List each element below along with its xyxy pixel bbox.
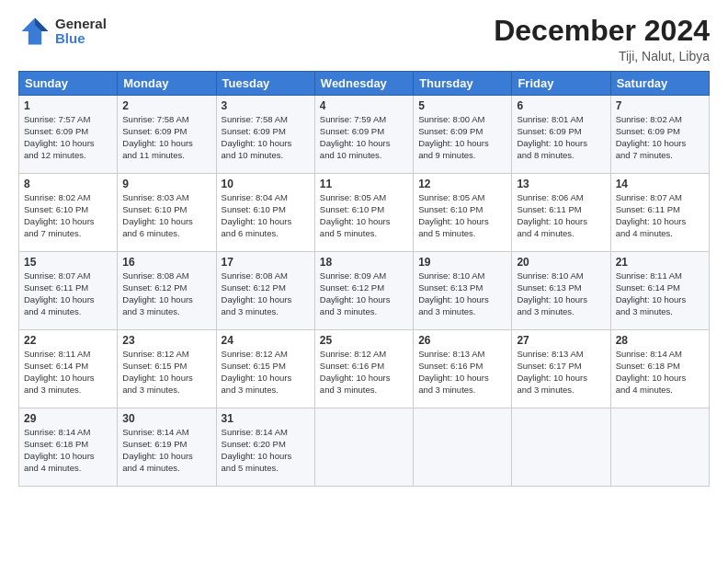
- day-number: 19: [418, 256, 506, 269]
- logo: General Blue: [18, 15, 107, 48]
- calendar-cell-0-0: 1Sunrise: 7:57 AM Sunset: 6:09 PM Daylig…: [19, 96, 118, 174]
- day-number: 23: [122, 334, 210, 347]
- day-number: 24: [222, 334, 310, 347]
- day-number: 1: [24, 99, 112, 112]
- cell-content: Sunrise: 8:14 AM Sunset: 6:18 PM Dayligh…: [24, 427, 112, 474]
- calendar-cell-2-6: 21Sunrise: 8:11 AM Sunset: 6:14 PM Dayli…: [610, 252, 709, 330]
- calendar-cell-1-2: 10Sunrise: 8:04 AM Sunset: 6:10 PM Dayli…: [216, 174, 314, 252]
- day-number: 29: [24, 412, 112, 425]
- cell-content: Sunrise: 8:03 AM Sunset: 6:10 PM Dayligh…: [122, 192, 210, 239]
- calendar-week-3: 15Sunrise: 8:07 AM Sunset: 6:11 PM Dayli…: [19, 252, 710, 330]
- calendar-cell-4-2: 31Sunrise: 8:14 AM Sunset: 6:20 PM Dayli…: [216, 408, 314, 487]
- day-number: 30: [122, 412, 210, 425]
- day-number: 13: [517, 178, 605, 190]
- weekday-header-row: Sunday Monday Tuesday Wednesday Thursday…: [19, 72, 710, 96]
- cell-content: Sunrise: 8:12 AM Sunset: 6:15 PM Dayligh…: [122, 349, 210, 396]
- day-number: 10: [222, 178, 310, 190]
- cell-content: Sunrise: 8:14 AM Sunset: 6:19 PM Dayligh…: [122, 427, 210, 474]
- calendar-week-4: 22Sunrise: 8:11 AM Sunset: 6:14 PM Dayli…: [19, 330, 710, 408]
- header: General Blue December 2024 Tiji, Nalut, …: [18, 15, 710, 63]
- calendar-cell-3-5: 27Sunrise: 8:13 AM Sunset: 6:17 PM Dayli…: [512, 330, 610, 408]
- header-sunday: Sunday: [19, 72, 118, 96]
- day-number: 5: [418, 99, 506, 112]
- header-wednesday: Wednesday: [314, 72, 413, 96]
- location: Tiji, Nalut, Libya: [494, 49, 710, 63]
- day-number: 31: [222, 412, 310, 425]
- calendar-cell-1-6: 14Sunrise: 8:07 AM Sunset: 6:11 PM Dayli…: [610, 174, 709, 252]
- cell-content: Sunrise: 8:00 AM Sunset: 6:09 PM Dayligh…: [418, 114, 506, 161]
- cell-content: Sunrise: 8:11 AM Sunset: 6:14 PM Dayligh…: [616, 270, 704, 317]
- day-number: 27: [517, 334, 605, 347]
- header-saturday: Saturday: [610, 72, 709, 96]
- day-number: 17: [222, 256, 310, 269]
- calendar-cell-0-2: 3Sunrise: 7:58 AM Sunset: 6:09 PM Daylig…: [216, 96, 314, 174]
- day-number: 21: [616, 256, 704, 269]
- cell-content: Sunrise: 8:10 AM Sunset: 6:13 PM Dayligh…: [517, 270, 605, 317]
- page: General Blue December 2024 Tiji, Nalut, …: [0, 0, 728, 563]
- calendar-week-5: 29Sunrise: 8:14 AM Sunset: 6:18 PM Dayli…: [19, 408, 710, 487]
- calendar-cell-1-1: 9Sunrise: 8:03 AM Sunset: 6:10 PM Daylig…: [118, 174, 216, 252]
- cell-content: Sunrise: 8:09 AM Sunset: 6:12 PM Dayligh…: [320, 270, 408, 317]
- calendar-cell-0-4: 5Sunrise: 8:00 AM Sunset: 6:09 PM Daylig…: [414, 96, 512, 174]
- cell-content: Sunrise: 8:10 AM Sunset: 6:13 PM Dayligh…: [418, 270, 506, 317]
- logo-icon: [18, 15, 51, 48]
- calendar-cell-2-5: 20Sunrise: 8:10 AM Sunset: 6:13 PM Dayli…: [512, 252, 610, 330]
- calendar-cell-0-6: 7Sunrise: 8:02 AM Sunset: 6:09 PM Daylig…: [610, 96, 709, 174]
- calendar-table: Sunday Monday Tuesday Wednesday Thursday…: [18, 71, 710, 487]
- calendar-cell-4-1: 30Sunrise: 8:14 AM Sunset: 6:19 PM Dayli…: [118, 408, 216, 487]
- calendar-cell-3-1: 23Sunrise: 8:12 AM Sunset: 6:15 PM Dayli…: [118, 330, 216, 408]
- cell-content: Sunrise: 8:08 AM Sunset: 6:12 PM Dayligh…: [122, 270, 210, 317]
- cell-content: Sunrise: 8:13 AM Sunset: 6:16 PM Dayligh…: [418, 349, 506, 396]
- logo-text: General Blue: [55, 17, 107, 47]
- logo-general-text: General: [55, 17, 107, 32]
- cell-content: Sunrise: 8:02 AM Sunset: 6:09 PM Dayligh…: [616, 114, 704, 161]
- month-title: December 2024: [494, 15, 710, 47]
- cell-content: Sunrise: 7:59 AM Sunset: 6:09 PM Dayligh…: [320, 114, 408, 161]
- calendar-cell-3-4: 26Sunrise: 8:13 AM Sunset: 6:16 PM Dayli…: [414, 330, 512, 408]
- calendar-cell-3-2: 24Sunrise: 8:12 AM Sunset: 6:15 PM Dayli…: [216, 330, 314, 408]
- day-number: 4: [320, 99, 408, 112]
- day-number: 26: [418, 334, 506, 347]
- calendar-week-2: 8Sunrise: 8:02 AM Sunset: 6:10 PM Daylig…: [19, 174, 710, 252]
- header-friday: Friday: [512, 72, 610, 96]
- day-number: 28: [616, 334, 704, 347]
- calendar-cell-1-3: 11Sunrise: 8:05 AM Sunset: 6:10 PM Dayli…: [314, 174, 413, 252]
- cell-content: Sunrise: 8:07 AM Sunset: 6:11 PM Dayligh…: [24, 270, 112, 317]
- cell-content: Sunrise: 8:02 AM Sunset: 6:10 PM Dayligh…: [24, 192, 112, 239]
- day-number: 16: [122, 256, 210, 269]
- calendar-cell-3-0: 22Sunrise: 8:11 AM Sunset: 6:14 PM Dayli…: [19, 330, 118, 408]
- day-number: 18: [320, 256, 408, 269]
- header-thursday: Thursday: [414, 72, 512, 96]
- calendar-cell-1-5: 13Sunrise: 8:06 AM Sunset: 6:11 PM Dayli…: [512, 174, 610, 252]
- cell-content: Sunrise: 8:14 AM Sunset: 6:20 PM Dayligh…: [222, 427, 310, 474]
- calendar-cell-4-0: 29Sunrise: 8:14 AM Sunset: 6:18 PM Dayli…: [19, 408, 118, 487]
- cell-content: Sunrise: 8:06 AM Sunset: 6:11 PM Dayligh…: [517, 192, 605, 239]
- cell-content: Sunrise: 8:07 AM Sunset: 6:11 PM Dayligh…: [616, 192, 704, 239]
- cell-content: Sunrise: 8:05 AM Sunset: 6:10 PM Dayligh…: [418, 192, 506, 239]
- day-number: 7: [616, 99, 704, 112]
- calendar-cell-2-1: 16Sunrise: 8:08 AM Sunset: 6:12 PM Dayli…: [118, 252, 216, 330]
- cell-content: Sunrise: 7:58 AM Sunset: 6:09 PM Dayligh…: [222, 114, 310, 161]
- day-number: 22: [24, 334, 112, 347]
- day-number: 11: [320, 178, 408, 190]
- calendar-cell-4-3: [314, 408, 413, 487]
- calendar-cell-4-6: [610, 408, 709, 487]
- day-number: 25: [320, 334, 408, 347]
- calendar-header: Sunday Monday Tuesday Wednesday Thursday…: [19, 72, 710, 96]
- calendar-cell-2-0: 15Sunrise: 8:07 AM Sunset: 6:11 PM Dayli…: [19, 252, 118, 330]
- cell-content: Sunrise: 8:12 AM Sunset: 6:16 PM Dayligh…: [320, 349, 408, 396]
- cell-content: Sunrise: 8:11 AM Sunset: 6:14 PM Dayligh…: [24, 349, 112, 396]
- day-number: 6: [517, 99, 605, 112]
- day-number: 15: [24, 256, 112, 269]
- calendar-cell-4-5: [512, 408, 610, 487]
- cell-content: Sunrise: 8:12 AM Sunset: 6:15 PM Dayligh…: [222, 349, 310, 396]
- calendar-cell-3-3: 25Sunrise: 8:12 AM Sunset: 6:16 PM Dayli…: [314, 330, 413, 408]
- day-number: 3: [222, 99, 310, 112]
- cell-content: Sunrise: 8:04 AM Sunset: 6:10 PM Dayligh…: [222, 192, 310, 239]
- cell-content: Sunrise: 7:58 AM Sunset: 6:09 PM Dayligh…: [122, 114, 210, 161]
- cell-content: Sunrise: 8:14 AM Sunset: 6:18 PM Dayligh…: [616, 349, 704, 396]
- title-block: December 2024 Tiji, Nalut, Libya: [494, 15, 710, 63]
- calendar-cell-2-4: 19Sunrise: 8:10 AM Sunset: 6:13 PM Dayli…: [414, 252, 512, 330]
- header-monday: Monday: [118, 72, 216, 96]
- calendar-cell-1-0: 8Sunrise: 8:02 AM Sunset: 6:10 PM Daylig…: [19, 174, 118, 252]
